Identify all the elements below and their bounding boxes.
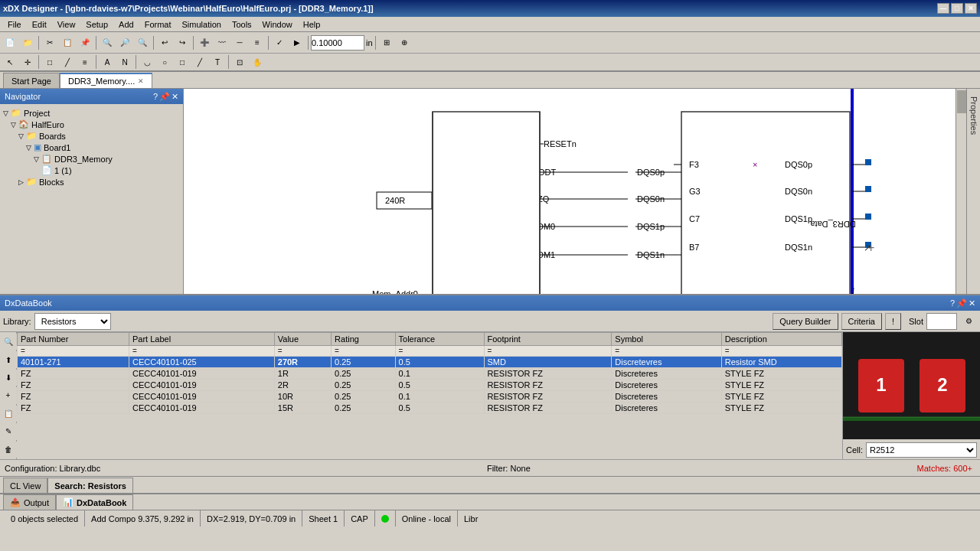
- schematic-area[interactable]: T2 RESETn K1 ODT 240R L8: [184, 89, 966, 294]
- tab-ddr3[interactable]: DDR3_Memory.... ✕: [60, 73, 152, 88]
- menu-add[interactable]: Add: [114, 18, 139, 31]
- new-btn[interactable]: 📄: [2, 34, 18, 51]
- cell-dropdown[interactable]: R2512 R0805: [866, 442, 977, 458]
- zoom-fit-btn[interactable]: ⊡: [231, 54, 248, 70]
- table-row[interactable]: FZ CECC40101-019 2R 0.25 0.5 RESISTOR FZ…: [18, 380, 842, 391]
- nav-pin-icon[interactable]: 📌: [159, 92, 170, 102]
- table-row[interactable]: FZ CECC40101-019 15R 0.25 0.5 RESISTOR F…: [18, 403, 842, 414]
- criteria-button[interactable]: Criteria: [841, 313, 882, 330]
- v-scroll-thumb[interactable]: [957, 90, 966, 113]
- zoom-in-btn[interactable]: 🔎: [116, 34, 133, 51]
- slot-input[interactable]: 1,2: [926, 313, 957, 330]
- pan-btn[interactable]: ✋: [249, 54, 266, 70]
- menu-view[interactable]: View: [53, 18, 80, 31]
- table-row[interactable]: 40101-271 CECC40101-025 270R 0.25 0.5 SM…: [18, 357, 842, 368]
- select-btn[interactable]: ↖: [2, 54, 18, 70]
- tab-cl-view[interactable]: CL View: [3, 478, 47, 493]
- tab-search-resistors[interactable]: Search: Resistors: [47, 478, 133, 493]
- menu-help[interactable]: Help: [299, 18, 325, 31]
- zoom-out-btn[interactable]: 🔍: [134, 34, 151, 51]
- search-btn[interactable]: 🔍: [99, 34, 116, 51]
- nav-page1[interactable]: 📄 1 (1): [3, 165, 180, 176]
- rect-btn[interactable]: □: [174, 54, 191, 70]
- exclaim-button[interactable]: !: [885, 313, 901, 330]
- move-btn[interactable]: ✛: [19, 54, 36, 70]
- close-button[interactable]: ✕: [965, 3, 977, 14]
- filter-tol[interactable]: =: [395, 346, 484, 357]
- menu-simulation[interactable]: Simulation: [178, 18, 226, 31]
- run-btn[interactable]: ▶: [289, 34, 305, 51]
- db-icon-1[interactable]: 🔍: [0, 334, 17, 350]
- place-bus-btn[interactable]: ≡: [77, 54, 93, 70]
- nav-project[interactable]: ▽ 📁 Project: [3, 107, 180, 119]
- filter-fp[interactable]: =: [484, 346, 612, 357]
- minimize-button[interactable]: —: [937, 3, 949, 14]
- db-icon-3[interactable]: ⬇: [0, 370, 17, 386]
- annotate-btn[interactable]: A: [99, 54, 116, 70]
- col-rating[interactable]: Rating: [332, 333, 395, 346]
- snap-btn[interactable]: ⊕: [396, 34, 413, 51]
- nav-help-icon[interactable]: ?: [153, 92, 158, 102]
- db-help-icon[interactable]: ?: [950, 298, 955, 308]
- paste-btn[interactable]: 📌: [77, 34, 93, 51]
- filter-pl[interactable]: =: [129, 346, 274, 357]
- add-btn[interactable]: ➕: [196, 34, 213, 51]
- maximize-button[interactable]: □: [951, 3, 963, 14]
- query-builder-button[interactable]: Query Builder: [773, 313, 838, 330]
- filter-desc[interactable]: =: [721, 346, 841, 357]
- menu-window[interactable]: Window: [258, 18, 297, 31]
- db-pin-icon[interactable]: 📌: [956, 298, 967, 308]
- db-icon-6[interactable]: ✎: [0, 423, 17, 439]
- redo-btn[interactable]: ↪: [174, 34, 191, 51]
- copy-btn[interactable]: 📋: [59, 34, 76, 51]
- line-btn[interactable]: ╱: [191, 54, 208, 70]
- open-btn[interactable]: 📁: [19, 34, 36, 51]
- db-close-icon[interactable]: ✕: [969, 298, 975, 308]
- col-value[interactable]: Value: [274, 333, 331, 346]
- col-part-label[interactable]: Part Label: [129, 333, 274, 346]
- col-description[interactable]: Description: [721, 333, 841, 346]
- grid-btn[interactable]: ⊞: [378, 34, 395, 51]
- schematic-canvas[interactable]: T2 RESETn K1 ODT 240R L8: [184, 89, 966, 294]
- arc-btn[interactable]: ◡: [139, 54, 155, 70]
- menu-format[interactable]: Format: [140, 18, 176, 31]
- menu-file[interactable]: File: [3, 18, 26, 31]
- place-comp-btn[interactable]: □: [41, 54, 58, 70]
- db-icon-4[interactable]: +: [0, 387, 17, 403]
- menu-edit[interactable]: Edit: [28, 18, 51, 31]
- menu-setup[interactable]: Setup: [81, 18, 113, 31]
- filter-val[interactable]: =: [274, 346, 331, 357]
- netlist-btn[interactable]: N: [116, 54, 133, 70]
- tab-ddr3-close[interactable]: ✕: [138, 77, 144, 85]
- check-btn[interactable]: ✓: [271, 34, 288, 51]
- col-part-number[interactable]: Part Number: [18, 333, 129, 346]
- tab-start-page[interactable]: Start Page: [3, 73, 60, 88]
- col-tolerance[interactable]: Tolerance: [395, 333, 484, 346]
- route-btn[interactable]: 〰: [214, 34, 230, 51]
- filter-rat[interactable]: =: [332, 346, 395, 357]
- db-icon-2[interactable]: ⬆: [0, 351, 17, 367]
- bus-btn[interactable]: ≡: [249, 34, 266, 51]
- table-row[interactable]: FZ CECC40101-019 1R 0.25 0.1 RESISTOR FZ…: [18, 368, 842, 380]
- tab-dxdatabook[interactable]: 📊 DxDataBook: [56, 494, 133, 510]
- nav-ddr3[interactable]: ▽ 📋 DDR3_Memory: [3, 153, 180, 165]
- circle-btn[interactable]: ○: [156, 54, 173, 70]
- nav-boards[interactable]: ▽ 📁 Boards: [3, 130, 180, 142]
- library-dropdown[interactable]: Resistors Capacitors Inductors: [34, 313, 111, 330]
- menu-tools[interactable]: Tools: [227, 18, 256, 31]
- zoom-input[interactable]: 0.10000: [311, 35, 364, 51]
- place-wire-btn[interactable]: ╱: [59, 54, 76, 70]
- cut-btn[interactable]: ✂: [41, 34, 58, 51]
- nav-blocks[interactable]: ▷ 📁 Blocks: [3, 176, 180, 187]
- db-icon-7[interactable]: 🗑: [0, 442, 17, 458]
- filter-sym[interactable]: =: [612, 346, 721, 357]
- col-symbol[interactable]: Symbol: [612, 333, 721, 346]
- filter-pn[interactable]: =: [18, 346, 129, 357]
- databook-table-area[interactable]: Part Number Part Label Value Rating Tole…: [17, 332, 842, 459]
- db-settings-btn[interactable]: ⚙: [960, 313, 977, 330]
- v-scrollbar[interactable]: [956, 89, 966, 294]
- wire-btn[interactable]: ─: [231, 34, 248, 51]
- table-row[interactable]: FZ CECC40101-019 10R 0.25 0.1 RESISTOR F…: [18, 391, 842, 403]
- nav-halfEuro[interactable]: ▽ 🏠 HalfEuro: [3, 119, 180, 130]
- undo-btn[interactable]: ↩: [156, 34, 173, 51]
